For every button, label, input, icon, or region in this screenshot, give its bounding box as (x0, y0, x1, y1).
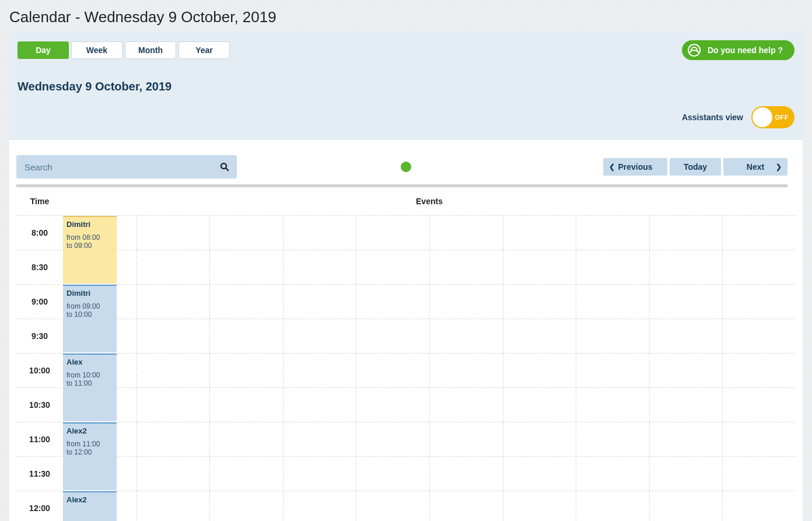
calendar-cell[interactable] (356, 285, 429, 319)
calendar-cell[interactable] (649, 388, 723, 422)
calendar-cell[interactable] (503, 250, 576, 284)
calendar-cell[interactable] (356, 422, 429, 456)
calendar-cell[interactable] (722, 457, 796, 491)
calendar-cell[interactable] (429, 388, 503, 422)
calendar-cell[interactable] (722, 354, 796, 387)
calendar-cell[interactable] (136, 354, 210, 387)
calendar-cell[interactable] (356, 491, 429, 521)
calendar-cell[interactable] (136, 457, 210, 491)
calendar-cell[interactable] (209, 388, 283, 422)
calendar-cell[interactable] (209, 491, 283, 521)
calendar-cell[interactable] (722, 388, 796, 422)
calendar-event[interactable]: Alex2 (63, 491, 117, 521)
calendar-cell[interactable] (649, 491, 723, 521)
search-button[interactable] (216, 158, 233, 176)
calendar-cell[interactable] (722, 319, 796, 353)
calendar-cell[interactable] (576, 319, 649, 353)
calendar-cell[interactable] (503, 457, 576, 491)
calendar-cell[interactable] (209, 285, 283, 319)
calendar-cell[interactable] (429, 250, 503, 284)
calendar-cell[interactable] (649, 216, 723, 250)
calendar-cell[interactable] (576, 388, 649, 422)
calendar-cell[interactable] (429, 285, 503, 319)
tab-week[interactable]: Week (71, 41, 123, 59)
calendar-cell[interactable] (136, 285, 210, 319)
calendar-cell[interactable] (283, 285, 356, 319)
calendar-cell[interactable] (283, 250, 356, 284)
calendar-cell[interactable] (136, 388, 210, 422)
calendar-cell[interactable] (649, 285, 723, 319)
calendar-cell[interactable] (209, 354, 283, 387)
calendar-cell[interactable] (356, 319, 429, 353)
calendar-cell[interactable] (429, 491, 503, 521)
calendar-cell[interactable] (722, 216, 796, 250)
calendar-cell[interactable] (576, 491, 649, 521)
calendar-event[interactable]: Alexfrom 10:00 to 11:00 (63, 354, 117, 421)
calendar-cell[interactable] (209, 319, 283, 353)
calendar-cell[interactable] (209, 216, 283, 250)
tab-month[interactable]: Month (125, 41, 176, 59)
calendar-cell[interactable] (503, 388, 576, 422)
calendar-cell[interactable] (722, 285, 796, 319)
calendar-cell[interactable] (503, 422, 576, 456)
time-row: 8:30 (16, 250, 796, 284)
calendar-cell[interactable] (503, 354, 576, 387)
tab-day[interactable]: Day (18, 41, 69, 59)
next-button[interactable]: Next ❯ (723, 158, 788, 176)
calendar-cell[interactable] (136, 216, 210, 250)
calendar-cell[interactable] (356, 354, 429, 387)
calendar-cell[interactable] (576, 250, 649, 284)
calendar-cell[interactable] (283, 422, 356, 456)
calendar-cell[interactable] (429, 354, 503, 387)
calendar-cell[interactable] (649, 422, 723, 456)
calendar-cell[interactable] (283, 354, 356, 387)
calendar-cell[interactable] (429, 216, 503, 250)
calendar-cell[interactable] (209, 457, 283, 491)
calendar-cell[interactable] (136, 319, 210, 353)
calendar-cell[interactable] (649, 457, 723, 491)
calendar-cell[interactable] (503, 319, 576, 353)
calendar-cell[interactable] (722, 422, 796, 456)
calendar-cell[interactable] (136, 422, 210, 456)
calendar-cell[interactable] (503, 216, 576, 250)
assistants-view-toggle[interactable]: OFF (751, 106, 794, 128)
tab-year[interactable]: Year (178, 41, 230, 59)
calendar-cell[interactable] (283, 388, 356, 422)
calendar-cell[interactable] (576, 216, 649, 250)
previous-button[interactable]: ❮ Previous (603, 158, 667, 176)
calendar-cell[interactable] (209, 422, 283, 456)
calendar-cell[interactable] (356, 250, 429, 284)
calendar-event[interactable]: Alex2from 11:00 to 12:00 (63, 422, 117, 490)
calendar-cell[interactable] (722, 250, 796, 284)
page-title: Calendar - Wednesday 9 October, 2019 (0, 0, 812, 32)
calendar-cell[interactable] (429, 422, 503, 456)
search-input[interactable] (16, 155, 237, 179)
calendar-cell[interactable] (283, 319, 356, 353)
calendar-cell[interactable] (356, 216, 429, 250)
today-button[interactable]: Today (670, 158, 721, 176)
calendar-cell[interactable] (576, 457, 649, 491)
calendar-cell[interactable] (356, 457, 429, 491)
calendar-cell[interactable] (429, 457, 503, 491)
calendar-cell[interactable] (576, 354, 649, 387)
calendar-cell[interactable] (576, 285, 649, 319)
calendar-cell[interactable] (356, 388, 429, 422)
calendar-cell[interactable] (209, 250, 283, 284)
calendar-cell[interactable] (649, 319, 723, 353)
help-button[interactable]: Do you need help ? (682, 40, 794, 60)
calendar-event[interactable]: Dimitrifrom 09:00 to 10:00 (63, 285, 117, 352)
calendar-cell[interactable] (136, 250, 210, 284)
calendar-cell[interactable] (503, 491, 576, 521)
calendar-cell[interactable] (283, 491, 356, 521)
calendar-cell[interactable] (283, 216, 356, 250)
calendar-cell[interactable] (429, 319, 503, 353)
calendar-cell[interactable] (136, 491, 210, 521)
calendar-cell[interactable] (649, 250, 723, 284)
calendar-cell[interactable] (503, 285, 576, 319)
calendar-cell[interactable] (576, 422, 649, 456)
calendar-cell[interactable] (649, 354, 723, 387)
calendar-event[interactable]: Dimitrifrom 08:00 to 09:00 (63, 216, 117, 284)
calendar-cell[interactable] (722, 491, 796, 521)
time-label: 11:30 (16, 457, 63, 491)
calendar-cell[interactable] (283, 457, 356, 491)
